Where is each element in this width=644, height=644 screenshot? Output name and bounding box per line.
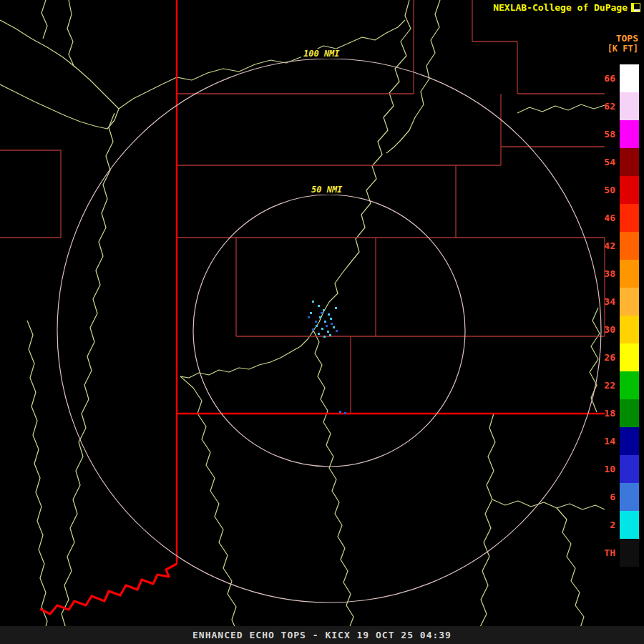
legend-label-58: 58	[604, 130, 615, 139]
radar-display: NEXLAB-College of DuPage TOPS [K FT] 666…	[0, 0, 644, 644]
legend-label-50: 50	[604, 185, 615, 195]
legend-swatch-66	[620, 64, 639, 92]
legend-swatch-22	[620, 371, 639, 399]
product-caption: ENHANCED ECHO TOPS - KICX 19 OCT 25 04:3…	[192, 630, 452, 640]
legend-title-block: TOPS [K FT]	[608, 33, 638, 54]
status-bar: ENHANCED ECHO TOPS - KICX 19 OCT 25 04:3…	[0, 626, 644, 644]
cod-logo-icon	[631, 3, 640, 12]
legend-swatch-30	[620, 316, 639, 343]
legend-label-30: 30	[604, 325, 615, 334]
legend-label-34: 34	[604, 297, 615, 306]
legend-units: [K FT]	[608, 44, 638, 54]
color-scale	[620, 64, 639, 567]
legend-title: TOPS	[608, 33, 638, 44]
legend-swatch-42	[620, 232, 639, 260]
radar-map	[0, 0, 644, 644]
source-title: NEXLAB-College of DuPage	[493, 2, 628, 13]
legend-label-46: 46	[604, 213, 615, 223]
legend-label-38: 38	[604, 269, 615, 278]
legend-swatch-38	[620, 260, 639, 288]
legend-label-26: 26	[604, 353, 615, 362]
legend-swatch-6	[620, 483, 639, 511]
legend-swatch-18	[620, 399, 639, 427]
legend-labels: 66625854504642383430262218141062TH	[597, 64, 615, 580]
legend-swatch-50	[620, 176, 639, 204]
legend-label-18: 18	[604, 409, 615, 418]
legend-swatch-26	[620, 343, 639, 371]
precip-echo-layer	[308, 301, 346, 414]
range-label-50nmi: 50 NMI	[309, 185, 344, 195]
legend-label-14: 14	[604, 436, 615, 446]
legend-swatch-th	[620, 539, 639, 567]
range-label-100nmi: 100 NMI	[301, 49, 342, 59]
legend-swatch-34	[620, 288, 639, 316]
legend-label-62: 62	[604, 102, 615, 111]
river-lines	[0, 0, 605, 644]
legend-swatch-54	[620, 148, 639, 176]
legend-label-10: 10	[604, 464, 615, 474]
county-borders	[0, 0, 605, 414]
legend-swatch-46	[620, 204, 639, 232]
legend-swatch-58	[620, 120, 639, 148]
legend-swatch-62	[620, 92, 639, 120]
legend-label-6: 6	[610, 492, 615, 502]
legend-swatch-2	[620, 511, 639, 539]
legend-label-22: 22	[604, 381, 615, 390]
state-borders	[40, 0, 605, 614]
legend-label-42: 42	[604, 241, 615, 250]
legend-label-th: TH	[604, 548, 615, 557]
legend-label-54: 54	[604, 157, 615, 167]
legend-swatch-10	[620, 455, 639, 483]
legend-swatch-14	[620, 427, 639, 455]
legend-label-66: 66	[604, 74, 615, 83]
legend-label-2: 2	[610, 520, 615, 530]
source-header: NEXLAB-College of DuPage	[493, 2, 640, 13]
